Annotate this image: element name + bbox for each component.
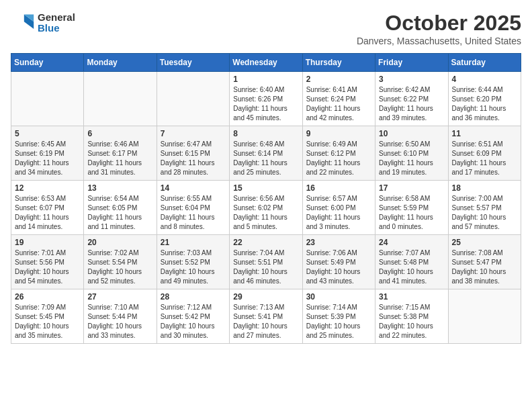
calendar-cell: 6Sunrise: 6:46 AMSunset: 6:17 PMDaylight… xyxy=(84,126,157,181)
calendar-cell: 2Sunrise: 6:41 AMSunset: 6:24 PMDaylight… xyxy=(302,72,375,126)
calendar-cell: 22Sunrise: 7:04 AMSunset: 5:51 PMDayligh… xyxy=(230,235,302,289)
day-info: Sunrise: 7:03 AMSunset: 5:52 PMDaylight:… xyxy=(161,248,226,286)
day-info: Sunrise: 7:13 AMSunset: 5:41 PMDaylight:… xyxy=(233,303,298,340)
day-info: Sunrise: 7:06 AMSunset: 5:49 PMDaylight:… xyxy=(306,248,371,286)
day-info: Sunrise: 6:47 AMSunset: 6:15 PMDaylight:… xyxy=(161,140,226,177)
day-number: 10 xyxy=(379,129,444,138)
day-number: 7 xyxy=(161,129,226,138)
calendar-cell: 11Sunrise: 6:51 AMSunset: 6:09 PMDayligh… xyxy=(448,126,521,181)
calendar-cell: 23Sunrise: 7:06 AMSunset: 5:49 PMDayligh… xyxy=(302,235,375,289)
day-number: 16 xyxy=(306,183,371,193)
day-number: 18 xyxy=(452,183,517,193)
day-number: 6 xyxy=(87,129,152,138)
calendar-cell xyxy=(157,72,229,126)
calendar-cell: 24Sunrise: 7:07 AMSunset: 5:48 PMDayligh… xyxy=(375,235,448,289)
day-header-saturday: Saturday xyxy=(448,54,521,72)
day-number: 11 xyxy=(452,129,517,138)
day-header-friday: Friday xyxy=(375,54,448,72)
calendar-cell xyxy=(11,72,84,126)
month-title: October 2025 xyxy=(357,11,521,36)
day-number: 14 xyxy=(161,183,226,193)
day-info: Sunrise: 6:51 AMSunset: 6:09 PMDaylight:… xyxy=(452,140,517,177)
calendar-cell: 7Sunrise: 6:47 AMSunset: 6:15 PMDaylight… xyxy=(157,126,229,181)
day-number: 23 xyxy=(306,238,371,247)
day-header-wednesday: Wednesday xyxy=(230,54,302,72)
calendar-cell: 30Sunrise: 7:14 AMSunset: 5:39 PMDayligh… xyxy=(302,289,375,344)
calendar-cell: 3Sunrise: 6:42 AMSunset: 6:22 PMDaylight… xyxy=(375,72,448,126)
calendar-table: SundayMondayTuesdayWednesdayThursdayFrid… xyxy=(11,53,521,344)
day-info: Sunrise: 6:45 AMSunset: 6:19 PMDaylight:… xyxy=(15,140,80,177)
day-number: 24 xyxy=(379,238,444,247)
calendar-cell: 14Sunrise: 6:55 AMSunset: 6:04 PMDayligh… xyxy=(157,181,229,235)
day-number: 26 xyxy=(15,292,80,302)
day-info: Sunrise: 7:04 AMSunset: 5:51 PMDaylight:… xyxy=(233,248,298,286)
day-info: Sunrise: 7:02 AMSunset: 5:54 PMDaylight:… xyxy=(87,248,152,286)
day-info: Sunrise: 6:54 AMSunset: 6:05 PMDaylight:… xyxy=(87,194,152,232)
calendar-week-row: 26Sunrise: 7:09 AMSunset: 5:45 PMDayligh… xyxy=(11,289,521,344)
calendar-week-row: 5Sunrise: 6:45 AMSunset: 6:19 PMDaylight… xyxy=(11,126,521,181)
day-info: Sunrise: 6:57 AMSunset: 6:00 PMDaylight:… xyxy=(306,194,371,232)
day-info: Sunrise: 6:58 AMSunset: 5:59 PMDaylight:… xyxy=(379,194,444,232)
page-header: General Blue October 2025 Danvers, Massa… xyxy=(11,11,521,46)
day-number: 1 xyxy=(233,75,298,84)
day-number: 2 xyxy=(306,75,371,84)
day-info: Sunrise: 7:14 AMSunset: 5:39 PMDaylight:… xyxy=(306,303,371,340)
calendar-cell: 28Sunrise: 7:12 AMSunset: 5:42 PMDayligh… xyxy=(157,289,229,344)
day-number: 4 xyxy=(452,75,517,84)
day-header-tuesday: Tuesday xyxy=(157,54,229,72)
calendar-cell: 27Sunrise: 7:10 AMSunset: 5:44 PMDayligh… xyxy=(84,289,157,344)
location: Danvers, Massachusetts, United States xyxy=(357,36,521,46)
day-info: Sunrise: 6:46 AMSunset: 6:17 PMDaylight:… xyxy=(87,140,152,177)
day-info: Sunrise: 7:10 AMSunset: 5:44 PMDaylight:… xyxy=(87,303,152,340)
calendar-header-row: SundayMondayTuesdayWednesdayThursdayFrid… xyxy=(11,54,521,72)
day-header-thursday: Thursday xyxy=(302,54,375,72)
day-number: 15 xyxy=(233,183,298,193)
logo-general: General xyxy=(38,12,75,24)
day-info: Sunrise: 7:12 AMSunset: 5:42 PMDaylight:… xyxy=(161,303,226,340)
day-info: Sunrise: 6:49 AMSunset: 6:12 PMDaylight:… xyxy=(306,140,371,177)
calendar-cell xyxy=(84,72,157,126)
calendar-cell: 29Sunrise: 7:13 AMSunset: 5:41 PMDayligh… xyxy=(230,289,302,344)
day-header-sunday: Sunday xyxy=(11,54,84,72)
calendar-cell: 13Sunrise: 6:54 AMSunset: 6:05 PMDayligh… xyxy=(84,181,157,235)
logo-blue: Blue xyxy=(38,23,75,34)
calendar-week-row: 1Sunrise: 6:40 AMSunset: 6:26 PMDaylight… xyxy=(11,72,521,126)
calendar-week-row: 12Sunrise: 6:53 AMSunset: 6:07 PMDayligh… xyxy=(11,181,521,235)
calendar-cell: 12Sunrise: 6:53 AMSunset: 6:07 PMDayligh… xyxy=(11,181,84,235)
calendar-cell: 21Sunrise: 7:03 AMSunset: 5:52 PMDayligh… xyxy=(157,235,229,289)
day-info: Sunrise: 6:56 AMSunset: 6:02 PMDaylight:… xyxy=(233,194,298,232)
day-info: Sunrise: 6:55 AMSunset: 6:04 PMDaylight:… xyxy=(161,194,226,232)
day-number: 17 xyxy=(379,183,444,193)
day-info: Sunrise: 7:07 AMSunset: 5:48 PMDaylight:… xyxy=(379,248,444,286)
calendar-cell: 18Sunrise: 7:00 AMSunset: 5:57 PMDayligh… xyxy=(448,181,521,235)
calendar-cell: 17Sunrise: 6:58 AMSunset: 5:59 PMDayligh… xyxy=(375,181,448,235)
day-number: 8 xyxy=(233,129,298,138)
day-info: Sunrise: 7:00 AMSunset: 5:57 PMDaylight:… xyxy=(452,194,517,232)
day-number: 27 xyxy=(87,292,152,302)
day-number: 20 xyxy=(87,238,152,247)
calendar-cell: 10Sunrise: 6:50 AMSunset: 6:10 PMDayligh… xyxy=(375,126,448,181)
calendar-cell: 8Sunrise: 6:48 AMSunset: 6:14 PMDaylight… xyxy=(230,126,302,181)
calendar-cell: 16Sunrise: 6:57 AMSunset: 6:00 PMDayligh… xyxy=(302,181,375,235)
calendar-cell xyxy=(448,289,521,344)
logo-text: General Blue xyxy=(38,12,75,34)
day-number: 31 xyxy=(379,292,444,302)
day-info: Sunrise: 6:40 AMSunset: 6:26 PMDaylight:… xyxy=(233,85,298,123)
day-number: 9 xyxy=(306,129,371,138)
day-info: Sunrise: 6:50 AMSunset: 6:10 PMDaylight:… xyxy=(379,140,444,177)
calendar-cell: 25Sunrise: 7:08 AMSunset: 5:47 PMDayligh… xyxy=(448,235,521,289)
day-number: 25 xyxy=(452,238,517,247)
title-section: October 2025 Danvers, Massachusetts, Uni… xyxy=(357,11,521,46)
calendar-cell: 31Sunrise: 7:15 AMSunset: 5:38 PMDayligh… xyxy=(375,289,448,344)
day-info: Sunrise: 7:15 AMSunset: 5:38 PMDaylight:… xyxy=(379,303,444,340)
day-info: Sunrise: 6:48 AMSunset: 6:14 PMDaylight:… xyxy=(233,140,298,177)
day-info: Sunrise: 6:53 AMSunset: 6:07 PMDaylight:… xyxy=(15,194,80,232)
calendar-week-row: 19Sunrise: 7:01 AMSunset: 5:56 PMDayligh… xyxy=(11,235,521,289)
calendar-cell: 15Sunrise: 6:56 AMSunset: 6:02 PMDayligh… xyxy=(230,181,302,235)
calendar-cell: 26Sunrise: 7:09 AMSunset: 5:45 PMDayligh… xyxy=(11,289,84,344)
day-number: 28 xyxy=(161,292,226,302)
day-info: Sunrise: 7:08 AMSunset: 5:47 PMDaylight:… xyxy=(452,248,517,286)
day-number: 29 xyxy=(233,292,298,302)
day-number: 3 xyxy=(379,75,444,84)
calendar-cell: 5Sunrise: 6:45 AMSunset: 6:19 PMDaylight… xyxy=(11,126,84,181)
